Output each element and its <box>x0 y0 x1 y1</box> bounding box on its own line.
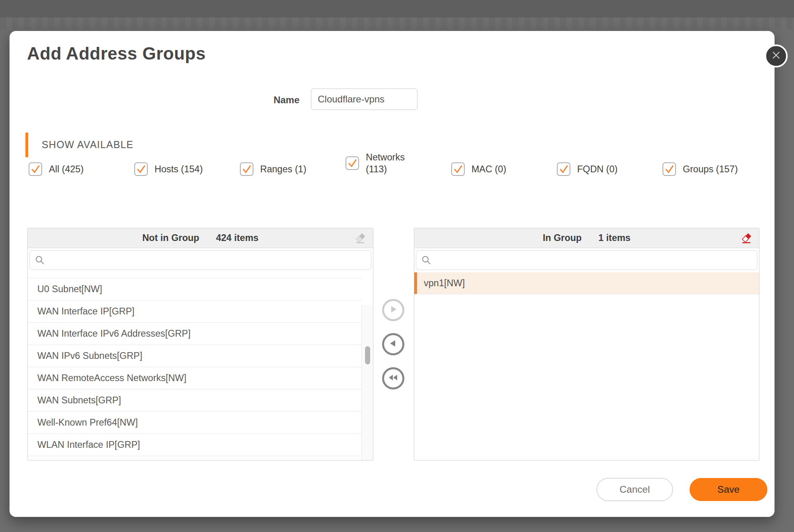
check-icon <box>558 163 570 175</box>
check-icon <box>241 163 253 175</box>
list-item[interactable]: Well-Known Pref64[NW] <box>28 412 361 434</box>
checkbox-checked[interactable] <box>451 162 465 176</box>
list-item-label: Well-Known Pref64[NW] <box>37 417 138 428</box>
clear-list-icon-red[interactable] <box>740 231 754 246</box>
filter-checkbox-item[interactable]: FQDN (0) <box>557 162 618 176</box>
move-all-left-button[interactable] <box>382 367 404 389</box>
dimmed-page-content <box>0 17 794 29</box>
checkbox-checked[interactable] <box>663 162 676 176</box>
filter-label: FQDN (0) <box>577 163 618 175</box>
list-item[interactable]: WLAN Interface IP[GRP] <box>28 434 361 456</box>
list-item-label: WAN Interface IP[GRP] <box>37 306 135 316</box>
checkbox-checked[interactable] <box>346 156 359 170</box>
scrollbar-thumb[interactable] <box>365 346 370 364</box>
filter-checkbox-item[interactable]: Hosts (154) <box>134 162 203 176</box>
clear-list-icon[interactable] <box>354 231 368 246</box>
not-in-group-header: Not in Group 424 items <box>28 228 373 248</box>
in-group-list: vpn1[NW] <box>414 272 759 460</box>
filter-checkbox-item[interactable]: MAC (0) <box>451 162 506 176</box>
list-item[interactable]: WAN RemoteAccess Networks[NW] <box>28 367 361 389</box>
cancel-button[interactable]: Cancel <box>597 478 673 501</box>
name-field-label: Name <box>232 94 299 106</box>
panel-item-count: 424 items <box>216 233 259 243</box>
save-button[interactable]: Save <box>690 478 767 501</box>
filter-label: Ranges (1) <box>260 163 306 175</box>
list-item-label: U0 Subnet[NW] <box>37 284 102 294</box>
in-group-panel: In Group 1 items <box>414 228 759 461</box>
check-icon <box>135 163 147 175</box>
filter-label: Networks (113) <box>366 151 406 175</box>
name-input[interactable] <box>311 89 417 110</box>
panel-title: Not in Group <box>142 233 199 243</box>
move-all-left-icon <box>387 372 399 384</box>
list-item[interactable]: WAN Interface IPv6 Addresses[GRP] <box>28 323 361 345</box>
filter-checkbox-item[interactable]: All (425) <box>29 162 84 176</box>
list-item[interactable]: WAN Interface IP[GRP] <box>28 301 361 323</box>
not-in-group-search <box>29 250 371 270</box>
list-item-label: WAN Subnets[GRP] <box>37 395 121 405</box>
move-left-icon <box>388 338 398 350</box>
add-address-groups-dialog: Add Address Groups Name SHOW AVAILABLE A… <box>10 31 775 517</box>
list-item[interactable]: WAN Subnets[GRP] <box>28 389 361 412</box>
check-icon <box>346 157 358 169</box>
list-item-label: WAN RemoteAccess Networks[NW] <box>37 373 186 383</box>
filter-label: Hosts (154) <box>155 163 203 175</box>
search-input[interactable] <box>30 251 371 270</box>
panel-item-count: 1 items <box>598 233 630 243</box>
not-in-group-list: U0 Subnet[NW] WAN Interface IP[GRP] WAN … <box>28 272 373 460</box>
search-input[interactable] <box>416 251 757 270</box>
list-item-label: WAN Interface IPv6 Addresses[GRP] <box>37 328 191 339</box>
checkbox-checked[interactable] <box>29 162 42 176</box>
dialog-title: Add Address Groups <box>27 44 206 64</box>
close-button[interactable] <box>765 44 788 67</box>
list-item-label: vpn1[NW] <box>424 278 465 288</box>
move-right-icon <box>388 304 398 316</box>
in-group-search <box>416 250 757 270</box>
filter-label: All (425) <box>49 163 84 175</box>
filter-checkbox-item[interactable]: Ranges (1) <box>240 162 306 176</box>
check-icon <box>663 163 675 175</box>
filter-checkbox-item[interactable]: Groups (157) <box>663 162 738 176</box>
move-left-button[interactable] <box>382 333 404 355</box>
list-item-label: WLAN Interface IP[GRP] <box>37 439 140 450</box>
checkbox-checked[interactable] <box>134 162 148 176</box>
list-item[interactable]: vpn1[NW] <box>414 272 759 294</box>
scrollbar-track[interactable] <box>361 305 373 460</box>
list-item[interactable]: WAN IPv6 Subnets[GRP] <box>28 345 361 367</box>
filter-checkbox-item[interactable]: Networks (113) <box>346 151 406 175</box>
section-title: SHOW AVAILABLE <box>42 139 133 150</box>
move-right-button[interactable] <box>382 299 404 321</box>
in-group-header: In Group 1 items <box>414 228 759 248</box>
backdrop-top-strip <box>0 0 794 17</box>
filter-label: Groups (157) <box>683 163 738 175</box>
close-icon <box>771 50 781 62</box>
list-item-label: WAN IPv6 Subnets[GRP] <box>37 351 142 361</box>
filter-label: MAC (0) <box>471 163 506 175</box>
panel-title: In Group <box>543 233 582 243</box>
check-icon <box>452 163 464 175</box>
check-icon <box>29 163 41 175</box>
checkbox-checked[interactable] <box>557 162 570 176</box>
checkbox-checked[interactable] <box>240 162 253 176</box>
list-item[interactable]: U0 Subnet[NW] <box>28 278 361 301</box>
partial-scrolled-row <box>28 272 361 278</box>
not-in-group-panel: Not in Group 424 items <box>27 228 373 461</box>
section-accent-bar <box>25 133 28 157</box>
